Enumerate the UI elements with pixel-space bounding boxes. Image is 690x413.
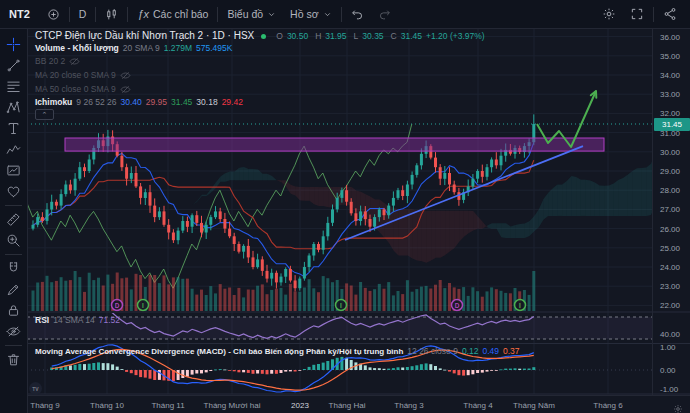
rsi-legend-row[interactable]: RSI 14 SMA 14 71.52 — [35, 315, 120, 325]
symbol-description: CTCP Điện lực Dầu khí Nhơn Trạch 2 · 1D … — [35, 31, 254, 41]
undo-icon — [351, 8, 364, 21]
ichimoku-legend-row[interactable]: Ichimoku 9 26 52 26 30.40 29.95 31.45 30… — [35, 98, 485, 107]
crosshair-icon — [6, 37, 21, 52]
chevron-down-icon — [323, 10, 332, 19]
bb-legend-row[interactable]: BB 20 2 — [35, 56, 485, 67]
measure-ruler-icon — [6, 212, 21, 227]
ma50-legend-row[interactable]: MA 50 close 0 SMA 9 — [35, 84, 485, 95]
forecast-icon — [6, 163, 21, 178]
settings-button[interactable] — [595, 3, 623, 25]
tool-trend-line[interactable] — [3, 55, 25, 76]
tool-emoji-heart[interactable] — [3, 181, 25, 202]
interval-button[interactable]: D — [72, 3, 94, 25]
chevron-down-icon — [267, 10, 276, 19]
resistance-zone-box[interactable] — [65, 138, 604, 151]
tool-xabcd-pattern[interactable] — [3, 97, 25, 118]
tool-text-tool[interactable] — [3, 118, 25, 139]
tool-measure-ruler[interactable] — [3, 209, 25, 230]
axis-settings-gear-icon[interactable] — [673, 400, 683, 413]
price-axis[interactable]: 36.0035.0034.0033.0032.0031.0030.0029.00… — [652, 28, 690, 395]
time-tick: 2023 — [291, 401, 309, 410]
gear-icon — [602, 7, 616, 21]
top-toolbar: NT2 D ƒx Các chỉ báo Biểu đồ Hồ sơ — [0, 0, 690, 29]
header-right-actions — [595, 3, 690, 25]
divider — [95, 7, 96, 22]
time-tick: Tháng 4 — [463, 401, 492, 410]
time-tick: Tháng 6 — [593, 401, 622, 410]
last-price-badge: 31.45 — [654, 118, 690, 131]
fib-retracement-icon — [6, 79, 21, 94]
draw-lock-icon — [6, 282, 21, 297]
tool-elliott-pattern[interactable] — [3, 139, 25, 160]
macd-legend-row[interactable]: Moving Average Convergence Divergence (M… — [35, 346, 520, 356]
price-tick: 35.00 — [660, 52, 680, 61]
chart-style-button[interactable] — [98, 3, 125, 25]
emoji-heart-icon — [6, 184, 21, 199]
tool-lock[interactable] — [3, 300, 25, 321]
tool-remove-drawings[interactable] — [3, 349, 25, 370]
plus-circle-icon — [47, 8, 60, 21]
share-button[interactable] — [656, 3, 684, 25]
chart-legend: CTCP Điện lực Dầu khí Nhơn Trạch 2 · 1D … — [35, 31, 485, 120]
svg-text:I: I — [142, 302, 144, 309]
market-open-dot — [261, 34, 266, 39]
svg-text:D: D — [115, 302, 120, 309]
text-tool-icon — [6, 121, 21, 136]
price-tick: 29.00 — [660, 167, 680, 176]
redo-button[interactable] — [371, 3, 398, 25]
time-tick: Tháng 3 — [394, 401, 423, 410]
redo-icon — [378, 8, 391, 21]
divider — [69, 7, 70, 22]
eye-off-icon[interactable] — [120, 70, 131, 81]
eye-off-icon[interactable] — [69, 56, 80, 67]
time-axis[interactable]: Tháng 9Tháng 10Tháng 11Tháng Mười hai202… — [0, 395, 690, 413]
divider — [5, 254, 22, 255]
tool-crosshair[interactable] — [3, 34, 25, 55]
tool-zoom-in[interactable] — [3, 230, 25, 251]
price-tick: 23.00 — [660, 282, 680, 291]
elliott-pattern-icon — [6, 142, 21, 157]
trend-line-icon — [6, 58, 21, 73]
divider — [5, 205, 22, 206]
ma20-legend-row[interactable]: MA 20 close 0 SMA 9 — [35, 70, 485, 81]
tool-forecast[interactable] — [3, 160, 25, 181]
price-tick: 22.00 — [660, 301, 680, 310]
fullscreen-button[interactable] — [623, 3, 651, 25]
symbol-button[interactable]: NT2 — [0, 8, 40, 20]
price-tick: 25.00 — [660, 244, 680, 253]
tool-hide-drawings[interactable] — [3, 321, 25, 342]
price-tick: 26.00 — [660, 225, 680, 234]
price-tick: 40.00 — [660, 330, 680, 339]
time-tick: Tháng Năm — [513, 401, 555, 410]
divider — [341, 7, 342, 22]
profile-menu-button[interactable]: Hồ sơ — [283, 3, 338, 25]
time-tick: Tháng 9 — [30, 401, 59, 410]
eye-off-icon[interactable] — [120, 84, 131, 95]
compare-add-button[interactable] — [40, 3, 67, 25]
tool-fib-retracement[interactable] — [3, 76, 25, 97]
divider — [653, 7, 654, 22]
price-tick: 36.00 — [660, 33, 680, 42]
undo-button[interactable] — [344, 3, 371, 25]
divider — [5, 345, 22, 346]
share-icon — [663, 7, 677, 21]
indicators-button[interactable]: ƒx Các chỉ báo — [130, 3, 215, 25]
remove-drawings-icon — [6, 352, 21, 367]
tool-draw-lock[interactable] — [3, 279, 25, 300]
candlestick-icon — [105, 8, 118, 21]
tool-magnet[interactable] — [3, 258, 25, 279]
drawing-toolbar — [0, 29, 28, 413]
fullscreen-icon — [630, 7, 644, 21]
volume-legend-row[interactable]: Volume - Khối lượng 20 SMA 9 1.279M 575.… — [35, 44, 485, 53]
svg-text:I: I — [340, 302, 342, 309]
tradingview-logo[interactable]: TV — [29, 382, 42, 395]
price-tick: -1.00 — [660, 385, 678, 394]
symbol-legend-row[interactable]: CTCP Điện lực Dầu khí Nhơn Trạch 2 · 1D … — [35, 31, 485, 41]
price-tick: 24.00 — [660, 263, 680, 272]
hide-drawings-icon — [6, 324, 21, 339]
collapse-legend-button[interactable]: ⌃ — [35, 109, 54, 120]
svg-text:I: I — [519, 302, 521, 309]
price-tick: 0.00 — [660, 366, 676, 375]
rsi-pane — [27, 309, 652, 340]
chart-menu-button[interactable]: Biểu đồ — [220, 3, 283, 25]
